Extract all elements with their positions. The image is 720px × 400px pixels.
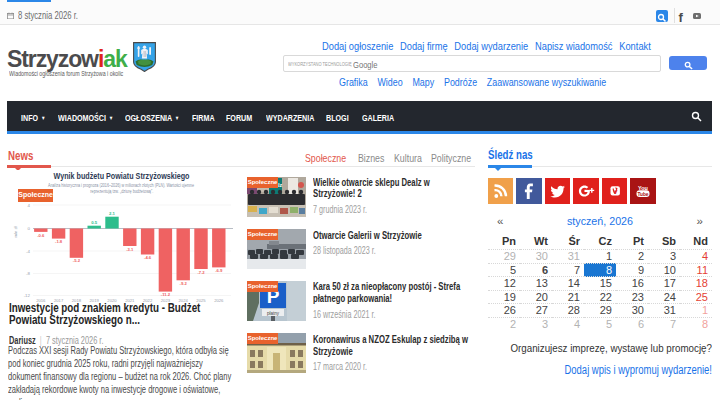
svg-text:płatny: płatny [267, 310, 280, 315]
svg-text:2.1: 2.1 [109, 211, 115, 216]
svg-text:2026: 2026 [214, 298, 224, 303]
svg-text:-11.2: -11.2 [161, 292, 171, 297]
svg-text:0: 0 [28, 226, 31, 231]
svg-text:-5.2: -5.2 [73, 258, 81, 263]
svg-text:-4: -4 [26, 249, 30, 254]
svg-text:0.5: 0.5 [91, 220, 97, 225]
svg-text:-6.9: -6.9 [215, 268, 223, 273]
svg-text:-3.1: -3.1 [126, 247, 134, 252]
svg-text:-4.6: -4.6 [144, 255, 152, 260]
svg-text:reprezentują tzw. „dziurę budż: reprezentują tzw. „dziurę budżetową”. [90, 189, 153, 194]
svg-text:v: v [612, 187, 617, 196]
svg-text:Analiza historyczna i prognoza: Analiza historyczna i prognoza (2016–202… [48, 183, 194, 188]
svg-text:-12: -12 [24, 293, 31, 298]
svg-text:-7.2: -7.2 [197, 270, 205, 275]
svg-text:Wynik budżetu Powiatu Strzyżow: Wynik budżetu Powiatu Strzyżowskiego [54, 170, 190, 181]
svg-text:Tube: Tube [637, 192, 648, 197]
svg-text:-0.6: -0.6 [37, 233, 45, 238]
svg-text:mln zł: mln zł [13, 226, 18, 237]
svg-text:You: You [638, 185, 648, 191]
svg-text:-8: -8 [26, 271, 30, 276]
svg-text:4: 4 [28, 203, 31, 208]
svg-text:-1.8: -1.8 [55, 239, 63, 244]
svg-text:-9.2: -9.2 [180, 281, 188, 286]
